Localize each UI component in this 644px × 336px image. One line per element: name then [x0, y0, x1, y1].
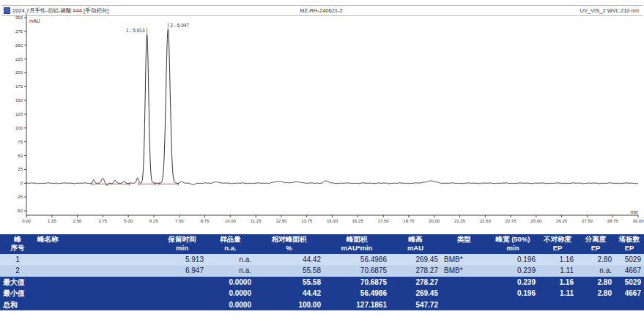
x-tick-label: 18.75 — [403, 219, 415, 223]
summary-cell: 269.45 — [390, 288, 441, 299]
summary-cell: 4667 — [615, 288, 644, 299]
detector-channel-label: UV_VIS_2 WVL:210 nm — [427, 7, 643, 14]
peak-results-table: 峰序号峰名称 保留时间min样品量n.a.相对峰面积%峰面积mAU*min峰高m… — [0, 234, 644, 310]
summary-cell — [441, 277, 487, 288]
summary-label: 最小值 — [0, 288, 158, 299]
peak-cell: n.a. — [207, 254, 254, 266]
col-header-5: 峰面积mAU*min — [324, 234, 390, 254]
peak-cell: BMB* — [441, 265, 487, 277]
summary-cell: 0.0000 — [207, 299, 254, 311]
summary-cell: 5029 — [615, 277, 644, 288]
x-tick-label: 27.50 — [582, 219, 593, 223]
peak-cell: 2 — [0, 265, 35, 277]
y-tick-label: 175 — [15, 84, 23, 89]
x-tick-label: 2.50 — [73, 219, 82, 223]
peak-cell: n.a. — [577, 265, 615, 277]
y-tick-label: 50 — [18, 154, 23, 158]
x-tick-label: 21.25 — [454, 219, 466, 223]
injection-title: 2024.7月手性-后铝-磷酸 #44 [手动积分] — [12, 7, 108, 15]
peak-cell: 70.6875 — [324, 265, 390, 277]
x-tick-label: 1.25 — [48, 219, 56, 223]
peak-cell: 269.45 — [390, 254, 441, 266]
summary-row: 最大值0.000055.5870.6875278.270.2391.162.80… — [0, 277, 644, 288]
summary-cell: 55.58 — [254, 277, 324, 288]
y-tick-label: -50 — [16, 209, 23, 213]
col-header-10: 分离度EP — [577, 234, 615, 254]
col-header-9: 不对称度EP — [538, 234, 577, 254]
peak-cell: 44.42 — [254, 254, 324, 266]
col-header-4: 相对峰面积% — [254, 234, 324, 254]
peak-cell: 4667 — [615, 265, 644, 277]
x-tick-label: 0.00 — [22, 219, 31, 223]
peak-cell: 2.80 — [577, 254, 615, 266]
y-tick-label: 125 — [15, 112, 23, 116]
summary-cell: 2.80 — [577, 277, 615, 288]
peak-cell: 5029 — [615, 254, 644, 266]
summary-label: 总和 — [0, 299, 158, 311]
peak-cell — [35, 254, 158, 266]
summary-cell — [577, 299, 615, 311]
summary-cell: 0.196 — [487, 288, 538, 299]
x-tick-label: 26.25 — [556, 219, 568, 223]
peak-cell: 278.27 — [390, 265, 441, 277]
peak-row[interactable]: 15.913n.a.44.4256.4986269.45BMB*0.1961.1… — [0, 254, 644, 266]
peak-cell: 0.196 — [487, 254, 538, 266]
chromatogram-title-bar: 2024.7月手性-后铝-磷酸 #44 [手动积分] MZ-RH-240621-… — [1, 5, 643, 16]
y-tick-label: 100 — [15, 126, 23, 130]
peak-cell: 0.239 — [487, 265, 538, 277]
peak-cell: BMB* — [441, 254, 487, 266]
summary-cell — [441, 299, 487, 311]
peak-cell: 1.11 — [538, 265, 577, 277]
y-tick-label: 150 — [15, 98, 23, 102]
col-header-2: 保留时间min — [158, 234, 207, 254]
col-header-0: 峰序号 — [0, 234, 35, 254]
peak-label: 2 - 6.947 — [170, 23, 189, 28]
x-tick-label: 11.25 — [251, 219, 262, 223]
peak-label: 1 - 5.913 — [126, 28, 145, 33]
x-tick-label: 28.75 — [607, 219, 619, 223]
x-tick-label: 25.00 — [530, 219, 542, 223]
y-tick-label: 75 — [18, 140, 23, 144]
y-axis-unit-label: mAU — [29, 18, 40, 23]
y-tick-label: 225 — [15, 57, 23, 61]
summary-cell: 1.16 — [538, 277, 577, 288]
summary-cell — [441, 288, 487, 299]
x-tick-label: 22.50 — [480, 219, 492, 223]
summary-cell — [158, 277, 207, 288]
x-tick-label: 17.50 — [378, 219, 390, 223]
summary-row: 总和0.0000100.00127.1861547.72 — [0, 299, 644, 311]
x-tick-label: 16.25 — [352, 219, 364, 223]
x-tick-label: 3.75 — [99, 219, 108, 223]
injection-icon — [4, 7, 10, 14]
col-header-6: 峰高mAU — [390, 234, 441, 254]
peak-cell: 6.947 — [158, 265, 207, 277]
summary-cell — [158, 288, 207, 299]
summary-cell: 278.27 — [390, 277, 441, 288]
summary-cell: 0.0000 — [207, 277, 254, 288]
summary-cell: 547.72 — [390, 299, 441, 311]
summary-cell: 56.4986 — [324, 288, 390, 299]
x-tick-label: 13.75 — [301, 219, 313, 223]
y-tick-label: 25 — [18, 167, 23, 171]
x-tick-label: 8.75 — [201, 219, 210, 223]
x-tick-label: 12.50 — [275, 219, 287, 223]
y-tick-label: -25 — [16, 195, 23, 199]
peak-cell: 1.16 — [538, 254, 577, 266]
col-header-11: 塔板数EP — [615, 234, 644, 254]
chromatogram-report: 2024.7月手性-后铝-磷酸 #44 [手动积分] MZ-RH-240621-… — [0, 0, 644, 336]
sample-name: MZ-RH-240621-2 — [215, 7, 427, 14]
y-tick-label: 200 — [15, 70, 23, 75]
y-tick-label: 275 — [15, 29, 23, 34]
chromatogram-plot[interactable]: -50-250255075100125150175200225250275300… — [0, 0, 644, 231]
summary-cell: 44.42 — [254, 288, 324, 299]
summary-cell: 70.6875 — [324, 277, 390, 288]
x-tick-label: 5.00 — [124, 219, 133, 223]
peak-cell — [35, 265, 158, 277]
peak-row[interactable]: 26.947n.a.55.5870.6875278.27BMB*0.2391.1… — [0, 265, 644, 277]
summary-cell — [615, 299, 644, 311]
col-header-3: 样品量n.a. — [207, 234, 254, 254]
peak-table-header-row: 峰序号峰名称 保留时间min样品量n.a.相对峰面积%峰面积mAU*min峰高m… — [0, 234, 644, 254]
summary-cell: 1.11 — [538, 288, 577, 299]
peak-cell: 55.58 — [254, 265, 324, 277]
x-tick-label: 7.50 — [175, 219, 184, 223]
